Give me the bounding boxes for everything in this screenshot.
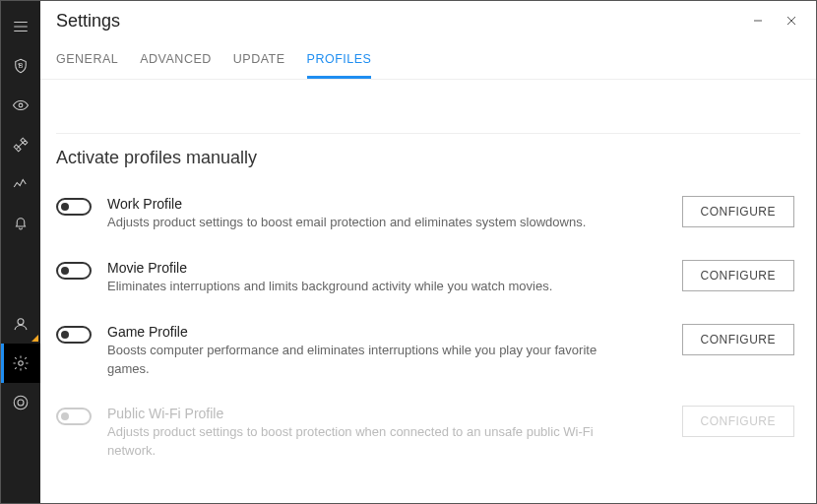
eye-icon[interactable] <box>1 86 40 125</box>
svg-point-5 <box>18 400 24 406</box>
toggle-game[interactable] <box>56 326 92 344</box>
page-title: Settings <box>56 11 120 32</box>
content[interactable]: Activate profiles manually Work Profile … <box>40 80 800 503</box>
tab-advanced[interactable]: ADVANCED <box>140 46 212 79</box>
section-title: Activate profiles manually <box>56 133 800 168</box>
profile-desc: Eliminates interruptions and limits back… <box>107 278 619 296</box>
profile-desc: Adjusts product settings to boost email … <box>107 214 619 232</box>
toggle-knob <box>61 203 69 211</box>
header: Settings <box>40 1 816 40</box>
configure-button-movie[interactable]: CONFIGURE <box>682 260 795 291</box>
toggle-knob <box>61 267 69 275</box>
activity-icon[interactable] <box>1 164 40 204</box>
configure-button-work[interactable]: CONFIGURE <box>682 196 795 227</box>
tab-update[interactable]: UPDATE <box>233 46 285 79</box>
bell-icon[interactable] <box>1 204 40 243</box>
svg-point-3 <box>19 361 24 366</box>
svg-point-1 <box>19 103 23 107</box>
profile-row-work: Work Profile Adjusts product settings to… <box>56 186 800 250</box>
main-panel: Settings GENERAL ADVANCED UPDATE PROFILE… <box>40 1 816 503</box>
tab-general[interactable]: GENERAL <box>56 46 118 79</box>
gear-icon[interactable] <box>1 344 40 383</box>
profile-name: Movie Profile <box>107 260 655 276</box>
help-icon[interactable] <box>1 383 40 422</box>
profile-name: Game Profile <box>107 324 655 340</box>
sidebar: B <box>1 1 40 503</box>
minimize-button[interactable] <box>741 9 775 32</box>
profile-text: Game Profile Boosts computer performance… <box>107 324 666 379</box>
profile-row-wifi: Public Wi-Fi Profile Adjusts product set… <box>56 396 800 478</box>
profile-text: Movie Profile Eliminates interruptions a… <box>107 260 666 296</box>
warning-badge-icon <box>31 335 38 342</box>
configure-button-wifi: CONFIGURE <box>682 406 795 437</box>
configure-button-game[interactable]: CONFIGURE <box>682 324 795 355</box>
content-scroll-wrap: Activate profiles manually Work Profile … <box>40 80 816 503</box>
toggle-wifi <box>56 408 92 425</box>
svg-text:B: B <box>19 62 24 69</box>
profile-desc: Boosts computer performance and eliminat… <box>107 342 619 379</box>
hamburger-icon[interactable] <box>1 7 40 46</box>
toggle-work[interactable] <box>56 198 92 216</box>
toggle-knob <box>61 412 69 420</box>
toggle-movie[interactable] <box>56 262 92 280</box>
tabs: GENERAL ADVANCED UPDATE PROFILES <box>40 40 816 80</box>
profile-row-movie: Movie Profile Eliminates interruptions a… <box>56 250 800 314</box>
tab-profiles[interactable]: PROFILES <box>307 46 372 79</box>
tools-icon[interactable] <box>1 125 40 164</box>
close-button[interactable] <box>775 9 808 32</box>
window-controls <box>741 9 808 32</box>
profile-text: Public Wi-Fi Profile Adjusts product set… <box>107 406 666 461</box>
svg-point-2 <box>18 319 24 325</box>
shield-icon[interactable]: B <box>1 46 40 86</box>
svg-point-4 <box>14 396 28 410</box>
profile-name: Work Profile <box>107 196 655 212</box>
app-window: B Settings <box>0 0 817 504</box>
profile-text: Work Profile Adjusts product settings to… <box>107 196 666 232</box>
profile-desc: Adjusts product settings to boost protec… <box>107 423 619 461</box>
profile-name: Public Wi-Fi Profile <box>107 406 655 421</box>
profile-row-game: Game Profile Boosts computer performance… <box>56 314 800 397</box>
account-alert-icon[interactable] <box>1 304 40 344</box>
toggle-knob <box>61 331 69 339</box>
